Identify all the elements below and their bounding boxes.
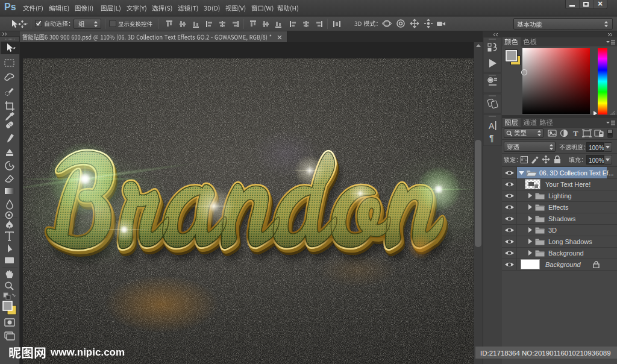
svg-text:¶: ¶: [489, 133, 494, 143]
svg-text:T: T: [573, 129, 578, 138]
svg-text:A: A: [489, 121, 495, 131]
